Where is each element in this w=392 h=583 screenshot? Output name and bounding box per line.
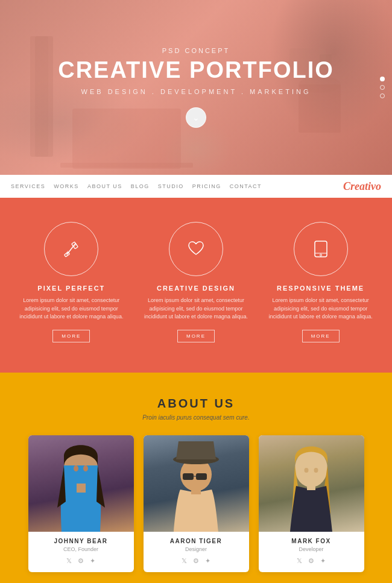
side-navigation <box>380 77 385 98</box>
vine-icon-aaron[interactable]: ✦ <box>205 557 210 565</box>
team-name-johnny: JOHNNY BEAR <box>36 538 127 544</box>
gear-icon-aaron[interactable]: ⚙ <box>193 557 199 565</box>
mark-silhouette <box>259 435 364 532</box>
features-grid: PIXEL PERFECT Lorem ipsum dolor sit amet… <box>12 222 380 342</box>
twitter-icon-aaron[interactable]: 𝕏 <box>182 557 187 565</box>
aaron-silhouette <box>144 435 249 532</box>
team-photo-mark <box>259 435 364 532</box>
johnny-silhouette <box>28 435 134 532</box>
heart-icon <box>185 238 207 260</box>
gear-icon-johnny[interactable]: ⚙ <box>78 557 84 565</box>
nav-link-services[interactable]: SERVICES <box>11 183 45 189</box>
team-info-johnny: JOHNNY BEAR CEO, Founder 𝕏 ⚙ ✦ <box>28 532 134 572</box>
team-role-johnny: CEO, Founder <box>36 546 127 552</box>
nav-link-studio[interactable]: STUDIO <box>158 183 184 189</box>
hero-content: PSD CONCEPT CREATIVE PORTFOLIO WEB DESIG… <box>58 47 334 128</box>
side-nav-dot-3[interactable] <box>380 93 385 98</box>
svg-rect-3 <box>35 36 53 157</box>
team-card-johnny: JOHNNY BEAR CEO, Founder 𝕏 ⚙ ✦ <box>28 435 134 572</box>
feature-pixel-perfect-title: PIXEL PERFECT <box>37 285 105 292</box>
svg-point-29 <box>314 468 318 473</box>
scroll-down-button[interactable]: ⌄ <box>186 107 206 128</box>
team-role-aaron: Designer <box>151 546 242 552</box>
svg-rect-23 <box>196 473 207 480</box>
vine-icon-johnny[interactable]: ✦ <box>90 557 95 565</box>
team-social-mark: 𝕏 ⚙ ✦ <box>266 557 357 565</box>
twitter-icon-johnny[interactable]: 𝕏 <box>66 557 72 565</box>
svg-rect-1 <box>60 163 193 168</box>
nav-link-pricing[interactable]: PRICING <box>192 183 221 189</box>
pixel-perfect-icon-circle <box>44 222 98 276</box>
svg-point-19 <box>83 465 88 471</box>
feature-responsive-theme-desc: Lorem ipsum dolor sit amet, consectetur … <box>267 297 375 321</box>
feature-responsive-theme: RESPONSIVE THEME Lorem ipsum dolor sit a… <box>267 222 375 342</box>
team-card-mark: MARK FOX Developer 𝕏 ⚙ ✦ <box>259 435 364 572</box>
hero-title: CREATIVE PORTFOLIO <box>58 58 334 83</box>
team-grid: JOHNNY BEAR CEO, Founder 𝕏 ⚙ ✦ <box>12 435 380 572</box>
team-social-aaron: 𝕏 ⚙ ✦ <box>151 557 242 565</box>
about-header: ABOUT US Proin iaculis purus consequat s… <box>12 397 380 421</box>
feature-responsive-theme-title: RESPONSIVE THEME <box>277 285 364 292</box>
gear-icon-mark[interactable]: ⚙ <box>308 557 314 565</box>
features-section: PIXEL PERFECT Lorem ipsum dolor sit amet… <box>0 198 392 373</box>
svg-line-8 <box>67 244 75 254</box>
about-subtitle: Proin iaculis purus consequat sem cure. <box>12 414 380 421</box>
feature-creative-design-button[interactable]: MORE <box>177 330 215 342</box>
svg-point-28 <box>304 468 308 473</box>
nav-link-blog[interactable]: BLOG <box>131 183 150 189</box>
twitter-icon-mark[interactable]: 𝕏 <box>297 557 302 565</box>
creative-design-icon-circle <box>169 222 223 276</box>
svg-rect-17 <box>77 484 86 493</box>
about-section: ABOUT US Proin iaculis purus consequat s… <box>0 373 392 584</box>
team-card-aaron: AARON TIGER Designer 𝕏 ⚙ ✦ <box>144 435 249 572</box>
side-nav-dot-2[interactable] <box>380 85 385 90</box>
feature-pixel-perfect-button[interactable]: MORE <box>52 330 90 342</box>
feature-responsive-theme-button[interactable]: MORE <box>302 330 340 342</box>
team-social-johnny: 𝕏 ⚙ ✦ <box>36 557 127 565</box>
team-info-mark: MARK FOX Developer 𝕏 ⚙ ✦ <box>259 532 364 572</box>
team-photo-aaron <box>144 435 249 532</box>
responsive-theme-icon-circle <box>294 222 348 276</box>
feature-pixel-perfect-desc: Lorem ipsum dolor sit amet, consectetur … <box>17 297 125 321</box>
feature-creative-design-title: CREATIVE DESIGN <box>157 285 235 292</box>
tablet-icon <box>309 237 333 261</box>
nav-link-contact[interactable]: CONTACT <box>230 183 262 189</box>
svg-point-14 <box>320 254 321 256</box>
team-name-aaron: AARON TIGER <box>151 538 242 544</box>
nav-links-container: SERVICES WORKS ABOUT US BLOG STUDIO PRIC… <box>11 183 262 189</box>
chevron-down-icon: ⌄ <box>192 113 200 122</box>
about-title: ABOUT US <box>12 397 380 411</box>
svg-rect-27 <box>307 484 315 490</box>
navigation-bar: SERVICES WORKS ABOUT US BLOG STUDIO PRIC… <box>0 175 392 198</box>
hero-section: PSD CONCEPT CREATIVE PORTFOLIO WEB DESIG… <box>0 0 392 175</box>
feature-creative-design: CREATIVE DESIGN Lorem ipsum dolor sit am… <box>142 222 250 342</box>
pencil-ruler-icon <box>60 238 83 260</box>
nav-link-about[interactable]: ABOUT US <box>87 183 122 189</box>
team-photo-johnny <box>28 435 134 532</box>
vine-icon-mark[interactable]: ✦ <box>320 557 326 565</box>
team-name-mark: MARK FOX <box>266 538 357 544</box>
svg-point-18 <box>74 465 78 471</box>
side-nav-dot-1[interactable] <box>380 77 385 81</box>
feature-pixel-perfect: PIXEL PERFECT Lorem ipsum dolor sit amet… <box>17 222 125 342</box>
team-role-mark: Developer <box>266 546 357 552</box>
brand-logo: Creativo <box>343 180 381 193</box>
svg-rect-22 <box>183 473 194 480</box>
svg-rect-25 <box>191 488 201 494</box>
hero-tagline: WEB DESIGN . DEVELOPMENT . MARKETING <box>58 88 334 95</box>
nav-link-works[interactable]: WORKS <box>54 183 79 189</box>
hero-subtitle: PSD CONCEPT <box>58 47 334 54</box>
team-info-aaron: AARON TIGER Designer 𝕏 ⚙ ✦ <box>144 532 249 572</box>
feature-creative-design-desc: Lorem ipsum dolor sit amet, consectetur … <box>142 297 250 321</box>
svg-rect-13 <box>315 241 327 257</box>
